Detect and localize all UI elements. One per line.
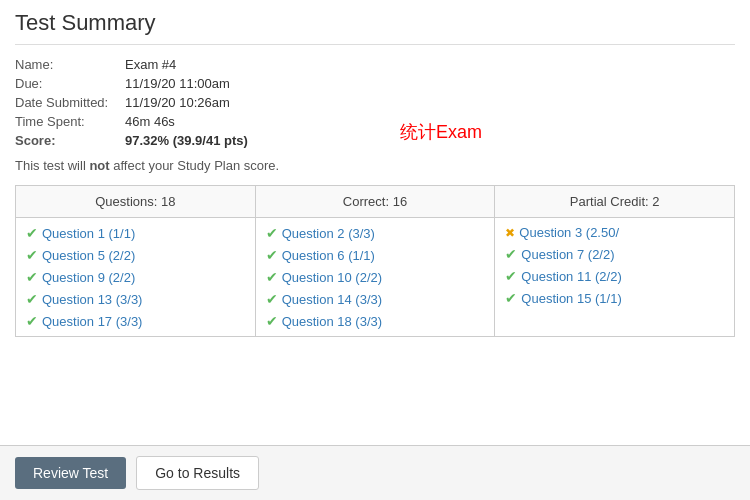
due-value: 11/19/20 11:00am xyxy=(125,76,230,91)
questions-table: Questions: 18 Correct: 16 Partial Credit… xyxy=(15,185,735,337)
col3-list: ✖Question 3 (2.50/✔Question 7 (2/2)✔Ques… xyxy=(505,222,724,309)
go-to-results-button[interactable]: Go to Results xyxy=(136,456,259,490)
col-partial-header: Partial Credit: 2 xyxy=(495,186,735,218)
time-label: Time Spent: xyxy=(15,114,125,129)
list-item: ✔Question 17 (3/3) xyxy=(26,310,245,332)
page-title: Test Summary xyxy=(15,10,735,45)
list-item: ✖Question 3 (2.50/ xyxy=(505,222,724,243)
question-link[interactable]: Question 17 (3/3) xyxy=(42,314,142,329)
check-icon: ✔ xyxy=(505,290,517,306)
question-link[interactable]: Question 10 (2/2) xyxy=(282,270,382,285)
time-value: 46m 46s xyxy=(125,114,175,129)
check-icon: ✔ xyxy=(26,247,38,263)
check-icon: ✔ xyxy=(26,291,38,307)
submitted-value: 11/19/20 10:26am xyxy=(125,95,230,110)
review-test-button[interactable]: Review Test xyxy=(15,457,126,489)
submitted-label: Date Submitted: xyxy=(15,95,125,110)
name-value: Exam #4 xyxy=(125,57,176,72)
col-questions-header: Questions: 18 xyxy=(16,186,256,218)
col1-list: ✔Question 1 (1/1)✔Question 5 (2/2)✔Quest… xyxy=(26,222,245,332)
submitted-row: Date Submitted: 11/19/20 10:26am xyxy=(15,95,735,110)
check-icon: ✔ xyxy=(266,269,278,285)
name-row: Name: Exam #4 xyxy=(15,57,735,72)
list-item: ✔Question 13 (3/3) xyxy=(26,288,245,310)
check-icon: ✔ xyxy=(266,291,278,307)
due-label: Due: xyxy=(15,76,125,91)
question-link[interactable]: Question 13 (3/3) xyxy=(42,292,142,307)
name-label: Name: xyxy=(15,57,125,72)
check-icon: ✔ xyxy=(266,247,278,263)
question-link[interactable]: Question 6 (1/1) xyxy=(282,248,375,263)
question-link[interactable]: Question 9 (2/2) xyxy=(42,270,135,285)
col2-cell: ✔Question 2 (3/3)✔Question 6 (1/1)✔Quest… xyxy=(255,218,495,337)
list-item: ✔Question 14 (3/3) xyxy=(266,288,485,310)
question-link[interactable]: Question 5 (2/2) xyxy=(42,248,135,263)
time-row: Time Spent: 46m 46s xyxy=(15,114,735,129)
check-icon: ✔ xyxy=(26,225,38,241)
question-link[interactable]: Question 11 (2/2) xyxy=(521,269,621,284)
due-row: Due: 11/19/20 11:00am xyxy=(15,76,735,91)
col2-list: ✔Question 2 (3/3)✔Question 6 (1/1)✔Quest… xyxy=(266,222,485,332)
question-link[interactable]: Question 3 (2.50/ xyxy=(519,225,619,240)
check-icon: ✔ xyxy=(266,313,278,329)
questions-row: ✔Question 1 (1/1)✔Question 5 (2/2)✔Quest… xyxy=(16,218,735,337)
partial-icon: ✖ xyxy=(505,226,515,240)
info-section: Name: Exam #4 Due: 11/19/20 11:00am Date… xyxy=(15,57,735,148)
col-correct-header: Correct: 16 xyxy=(255,186,495,218)
score-value: 97.32% (39.9/41 pts) xyxy=(125,133,248,148)
list-item: ✔Question 2 (3/3) xyxy=(266,222,485,244)
list-item: ✔Question 11 (2/2) xyxy=(505,265,724,287)
col1-cell: ✔Question 1 (1/1)✔Question 5 (2/2)✔Quest… xyxy=(16,218,256,337)
question-link[interactable]: Question 2 (3/3) xyxy=(282,226,375,241)
question-link[interactable]: Question 18 (3/3) xyxy=(282,314,382,329)
list-item: ✔Question 5 (2/2) xyxy=(26,244,245,266)
check-icon: ✔ xyxy=(505,268,517,284)
question-link[interactable]: Question 7 (2/2) xyxy=(521,247,614,262)
check-icon: ✔ xyxy=(26,269,38,285)
list-item: ✔Question 18 (3/3) xyxy=(266,310,485,332)
list-item: ✔Question 10 (2/2) xyxy=(266,266,485,288)
list-item: ✔Question 6 (1/1) xyxy=(266,244,485,266)
list-item: ✔Question 15 (1/1) xyxy=(505,287,724,309)
study-plan-note: This test will not affect your Study Pla… xyxy=(15,158,735,173)
list-item: ✔Question 7 (2/2) xyxy=(505,243,724,265)
list-item: ✔Question 9 (2/2) xyxy=(26,266,245,288)
check-icon: ✔ xyxy=(266,225,278,241)
score-label: Score: xyxy=(15,133,125,148)
col3-cell: ✖Question 3 (2.50/✔Question 7 (2/2)✔Ques… xyxy=(495,218,735,337)
score-row: Score: 97.32% (39.9/41 pts) xyxy=(15,133,735,148)
question-link[interactable]: Question 1 (1/1) xyxy=(42,226,135,241)
question-link[interactable]: Question 14 (3/3) xyxy=(282,292,382,307)
check-icon: ✔ xyxy=(505,246,517,262)
bottom-bar: Review Test Go to Results xyxy=(0,445,750,500)
check-icon: ✔ xyxy=(26,313,38,329)
list-item: ✔Question 1 (1/1) xyxy=(26,222,245,244)
question-link[interactable]: Question 15 (1/1) xyxy=(521,291,621,306)
